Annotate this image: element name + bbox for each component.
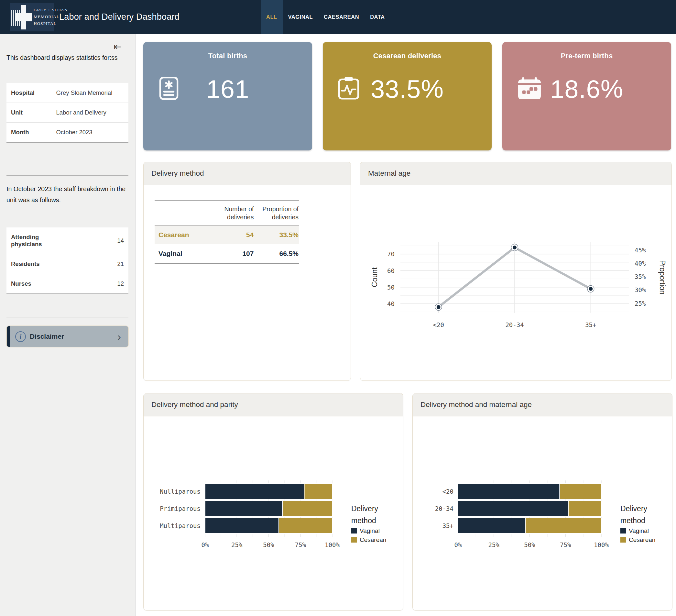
disclaimer-accent-bar — [7, 326, 10, 347]
svg-text:25%: 25% — [489, 541, 500, 548]
sidebar: ⇤ This dashboard displays statistics for… — [0, 34, 136, 616]
svg-text:0%: 0% — [202, 541, 209, 548]
value-box-total-births: Total births 161 — [143, 42, 312, 151]
table-header-stub — [155, 200, 210, 225]
table-row: Residents21 — [6, 254, 128, 274]
row-value: 54 — [210, 225, 255, 244]
row-value: 66.5% — [254, 244, 299, 263]
svg-text:75%: 75% — [560, 541, 571, 548]
tab-data[interactable]: DATA — [364, 0, 390, 34]
card-title: Delivery method and parity — [144, 393, 403, 416]
file-medical-icon — [158, 76, 179, 102]
sidebar-collapse-icon[interactable]: ⇤ — [114, 42, 121, 51]
table-row: HospitalGrey Sloan Memorial — [6, 83, 128, 103]
card-title: Maternal age — [360, 162, 671, 185]
app-title: Labor and Delivery Dashboard — [59, 0, 179, 34]
svg-text:35%: 35% — [635, 273, 646, 280]
row-label: Unit — [6, 103, 51, 123]
nav-tabs: ALLVAGINALCAESAREANDATA — [261, 0, 390, 34]
svg-text:Cesarean: Cesarean — [629, 537, 655, 543]
sidebar-intro-text: This dashboard displays statistics for:s… — [6, 52, 128, 63]
svg-text:Primiparous: Primiparous — [160, 505, 201, 512]
disclaimer-label: Disclaimer — [30, 333, 64, 340]
svg-text:Vaginal: Vaginal — [360, 527, 380, 534]
value-box-cesarean-deliveries: Cesarean deliveries 33.5% — [323, 42, 492, 151]
row-value: 12 — [51, 274, 128, 294]
svg-text:50%: 50% — [263, 541, 274, 548]
divider — [6, 175, 128, 176]
table-row: Nurses12 — [6, 274, 128, 294]
row-label: Cesarean — [155, 225, 210, 244]
age-stacked-bar-chart: <2020-3435+0%25%50%75%100%Deliverymethod… — [413, 416, 672, 611]
svg-text:40: 40 — [387, 300, 395, 307]
svg-text:40%: 40% — [635, 260, 646, 267]
row-label: Nurses — [6, 274, 51, 294]
svg-text:20-34: 20-34 — [505, 321, 524, 328]
svg-text:Delivery: Delivery — [351, 504, 379, 513]
table-row: UnitLabor and Delivery — [6, 103, 128, 123]
svg-text:Count: Count — [370, 267, 379, 287]
svg-text:Cesarean: Cesarean — [360, 537, 386, 543]
svg-text:45%: 45% — [635, 246, 646, 254]
svg-text:50%: 50% — [524, 541, 535, 548]
row-value: Labor and Delivery — [51, 103, 128, 123]
row-label: Month — [6, 123, 51, 143]
divider — [6, 317, 128, 317]
svg-text:70: 70 — [387, 250, 395, 258]
navbar: GREY + SLOAN MEMORIAL HOSPITAL Labor and… — [0, 0, 676, 34]
value-box-title: Total births — [143, 52, 312, 60]
calendar-icon — [517, 77, 542, 101]
card-delivery-parity: Delivery method and parity NulliparousPr… — [143, 393, 403, 611]
row-label: Attending physicians — [6, 227, 51, 254]
parity-stacked-bar-chart: NulliparousPrimiparousMultiparous0%25%50… — [144, 416, 403, 611]
table-header-proportion: Proportion of deliveries — [254, 200, 299, 225]
table-row: MonthOctober 2023 — [6, 123, 128, 143]
svg-text:<20: <20 — [443, 488, 453, 495]
svg-text:Proportion: Proportion — [658, 260, 667, 294]
svg-text:20-34: 20-34 — [435, 505, 453, 512]
svg-text:50: 50 — [387, 284, 395, 291]
svg-text:Delivery: Delivery — [620, 504, 647, 513]
svg-text:method: method — [620, 516, 645, 525]
card-maternal-age: Maternal age 4050607025%30%35%40%45%<202… — [360, 162, 672, 381]
logo-cross-icon — [15, 13, 32, 21]
maternal-age-chart: 4050607025%30%35%40%45%<2020-3435+CountP… — [360, 185, 671, 381]
value-box-preterm-births: Pre-term births 18.6% — [502, 42, 671, 151]
card-delivery-method: Delivery method Number of deliveries Pro… — [143, 162, 351, 381]
svg-text:<20: <20 — [433, 321, 444, 328]
value-box-value: 18.6% — [550, 74, 623, 104]
value-box-title: Pre-term births — [502, 52, 671, 60]
table-row: Attending physicians14 — [6, 227, 128, 254]
row-value: 14 — [51, 227, 128, 254]
value-box-title: Cesarean deliveries — [323, 52, 492, 60]
card-delivery-maternal-age: Delivery method and maternal age <2020-3… — [412, 393, 672, 611]
hospital-logo: GREY + SLOAN MEMORIAL HOSPITAL — [10, 3, 54, 32]
logo-line-2: MEMORIAL — [34, 14, 59, 19]
row-value: October 2023 — [51, 123, 128, 143]
svg-text:Vaginal: Vaginal — [629, 527, 649, 534]
table-row: Vaginal10766.5% — [155, 244, 299, 263]
tab-all[interactable]: ALL — [261, 0, 283, 34]
staff-table: Attending physicians14Residents21Nurses1… — [6, 227, 128, 294]
svg-text:100%: 100% — [325, 541, 340, 548]
row-value: 21 — [51, 254, 128, 274]
value-box-value: 161 — [206, 74, 249, 104]
tab-caesarean[interactable]: CAESAREAN — [318, 0, 364, 34]
card-title: Delivery method — [144, 162, 351, 185]
svg-text:30%: 30% — [635, 286, 646, 293]
svg-text:Nulliparous: Nulliparous — [160, 488, 201, 495]
clipboard-pulse-icon — [338, 77, 360, 101]
card-title: Delivery method and maternal age — [413, 393, 672, 416]
svg-text:Multiparous: Multiparous — [160, 522, 201, 529]
svg-text:25%: 25% — [635, 300, 646, 307]
table-header-count: Number of deliveries — [210, 200, 255, 225]
svg-text:25%: 25% — [231, 541, 242, 548]
table-row: Cesarean5433.5% — [155, 225, 299, 244]
row-label: Residents — [6, 254, 51, 274]
row-label: Vaginal — [155, 244, 210, 263]
svg-text:35+: 35+ — [585, 321, 596, 328]
tab-vaginal[interactable]: VAGINAL — [283, 0, 319, 34]
disclaimer-button[interactable]: i Disclaimer › — [6, 326, 128, 347]
svg-text:35+: 35+ — [443, 522, 453, 529]
dashboard-page: GREY + SLOAN MEMORIAL HOSPITAL Labor and… — [0, 0, 676, 616]
